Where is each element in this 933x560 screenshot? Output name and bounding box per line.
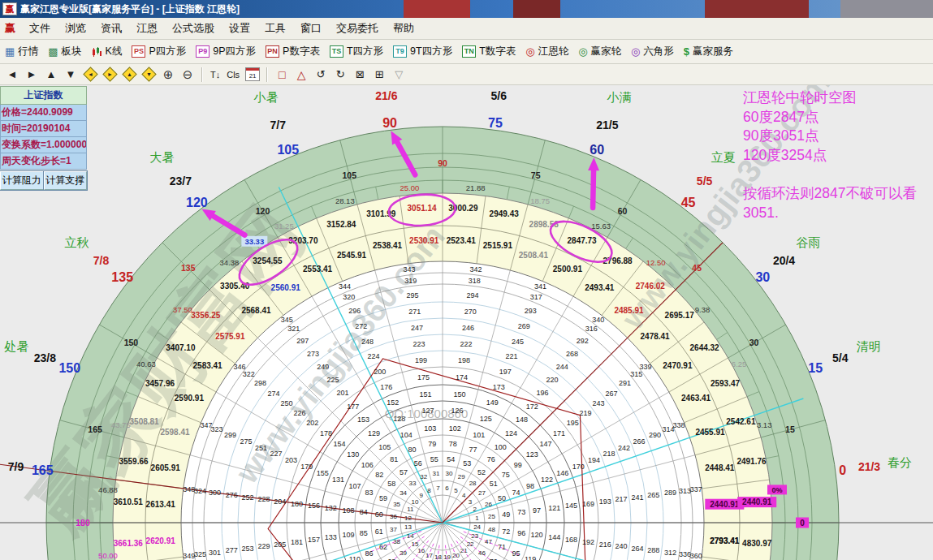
shift-right-icon[interactable]: ► [101, 67, 119, 83]
wheel-red-icon: ◎ [525, 46, 534, 57]
svg-text:3457.96: 3457.96 [145, 379, 175, 388]
outer-degree-label: 45 [681, 196, 696, 209]
toolbutton-六角形[interactable]: ◎六角形 [626, 43, 679, 60]
svg-text:197: 197 [499, 368, 512, 376]
svg-text:谷雨: 谷雨 [797, 235, 821, 249]
menu-帮助[interactable]: 帮助 [386, 19, 421, 37]
toolbutton-行情[interactable]: ▦行情 [0, 43, 43, 60]
toolbutton-P数字表[interactable]: PNP数字表 [261, 43, 325, 60]
nav-down-icon[interactable]: ▼ [62, 67, 80, 83]
svg-text:23/7: 23/7 [170, 174, 192, 187]
svg-text:28: 28 [469, 480, 477, 487]
menu-窗口[interactable]: 窗口 [293, 19, 329, 37]
zoom-in-icon[interactable]: ⊕ [159, 67, 177, 83]
menu-交易委托[interactable]: 交易委托 [329, 19, 386, 37]
calendar-icon[interactable]: 21 [244, 67, 261, 83]
svg-text:294: 294 [466, 291, 478, 299]
svg-text:2463.41: 2463.41 [681, 394, 711, 403]
menu-江恩[interactable]: 江恩 [129, 19, 165, 37]
svg-text:大暑: 大暑 [149, 150, 174, 164]
svg-text:154: 154 [334, 440, 346, 448]
toolbutton-K线[interactable]: K线 [87, 43, 127, 60]
svg-text:54: 54 [447, 455, 455, 463]
svg-text:立夏: 立夏 [711, 150, 736, 164]
svg-text:2644.32: 2644.32 [690, 343, 720, 352]
toolbutton-板块[interactable]: ▩板块 [43, 43, 86, 60]
svg-text:101: 101 [473, 431, 485, 439]
svg-text:247: 247 [411, 324, 423, 332]
svg-text:296: 296 [348, 307, 361, 315]
svg-text:246: 246 [462, 324, 474, 332]
expand-icon[interactable]: ⊠ [351, 67, 369, 83]
svg-text:132: 132 [325, 504, 337, 512]
shift-up-icon[interactable]: ▲ [120, 67, 138, 83]
button-计算支撑[interactable]: 计算支撑 [44, 171, 88, 190]
menu-设置[interactable]: 设置 [222, 19, 257, 37]
svg-text:2538.41: 2538.41 [373, 241, 403, 250]
clear-icon[interactable]: ▽ [390, 67, 408, 83]
svg-text:318: 318 [469, 277, 481, 285]
outer-degree-label: 150 [58, 361, 80, 375]
svg-text:347: 347 [200, 421, 212, 429]
T数字表-icon: TN [462, 45, 476, 58]
svg-text:224: 224 [367, 352, 379, 360]
nav-next-icon[interactable]: ► [23, 67, 41, 83]
nav-first-icon[interactable]: ◄ [3, 67, 21, 83]
info-row: 价格=2440.9099 [0, 105, 87, 121]
nav-up-icon[interactable]: ▲ [42, 67, 60, 83]
cls-button[interactable]: Cls [224, 67, 242, 83]
menu-公式选股[interactable]: 公式选股 [165, 19, 222, 37]
svg-text:150: 150 [58, 361, 80, 375]
rotate-cw-icon[interactable]: ↻ [331, 67, 349, 83]
P数字表-icon: PN [266, 45, 279, 58]
menu-bar: 赢 文件浏览资讯江恩公式选股设置工具窗口交易委托帮助 [0, 18, 933, 40]
menu-文件[interactable]: 文件 [22, 19, 58, 37]
svg-text:105: 105 [343, 170, 357, 180]
svg-text:177: 177 [347, 403, 359, 411]
svg-text:295: 295 [407, 291, 419, 299]
toolbutton-9P四方形[interactable]: P99P四方形 [191, 43, 261, 60]
shift-down-icon[interactable]: ▼ [140, 67, 158, 83]
svg-text:2560.91: 2560.91 [271, 283, 301, 292]
fit-icon[interactable]: ⊞ [370, 67, 388, 83]
svg-text:229: 229 [257, 542, 270, 550]
svg-text:20: 20 [452, 552, 460, 559]
outer-degree-label: 15 [808, 361, 823, 375]
P四方形-icon: PS [132, 45, 145, 58]
svg-text:165: 165 [32, 463, 54, 477]
svg-text:15.63: 15.63 [591, 222, 611, 230]
shift-left-icon[interactable]: ◄ [81, 67, 99, 83]
toolbutton-P四方形[interactable]: PSP四方形 [127, 43, 191, 60]
square-tool-icon[interactable]: □ [273, 67, 291, 83]
svg-text:71: 71 [498, 543, 506, 551]
svg-text:50: 50 [498, 494, 506, 502]
menu-资讯[interactable]: 资讯 [93, 19, 129, 37]
toolbutton-江恩轮[interactable]: ◎江恩轮 [520, 43, 573, 60]
svg-text:151: 151 [420, 390, 432, 398]
svg-text:339: 339 [639, 363, 651, 371]
note-line: 3051. [743, 204, 931, 223]
background-window-fragment [404, 0, 470, 18]
menu-工具[interactable]: 工具 [257, 19, 293, 37]
toolbutton-T四方形[interactable]: TST四方形 [325, 43, 388, 60]
svg-text:120: 120 [530, 531, 542, 539]
rotate-ccw-icon[interactable]: ↺ [312, 67, 330, 83]
zoom-out-icon[interactable]: ⊖ [179, 67, 197, 83]
svg-text:2493.41: 2493.41 [585, 283, 615, 292]
svg-text:130: 130 [347, 450, 359, 459]
svg-text:125: 125 [480, 415, 492, 423]
updown-scale-icon[interactable]: T↓ [208, 67, 222, 83]
toolbutton-赢家轮[interactable]: ◎赢家轮 [573, 43, 626, 60]
toolbutton-9T四方形[interactable]: T99T四方形 [388, 43, 457, 60]
svg-text:90: 90 [438, 158, 447, 168]
toolbutton-赢家服务[interactable]: $赢家服务 [679, 43, 738, 60]
triangle-tool-icon[interactable]: △ [292, 67, 310, 83]
menu-浏览[interactable]: 浏览 [58, 19, 93, 37]
svg-text:170: 170 [572, 463, 585, 471]
button-计算阻力[interactable]: 计算阻力 [0, 171, 44, 190]
toolbutton-T数字表[interactable]: TNT数字表 [457, 43, 520, 60]
svg-text:23: 23 [471, 532, 478, 540]
svg-text:244: 244 [556, 363, 568, 371]
svg-text:344: 344 [339, 282, 351, 291]
svg-text:168: 168 [565, 536, 577, 544]
